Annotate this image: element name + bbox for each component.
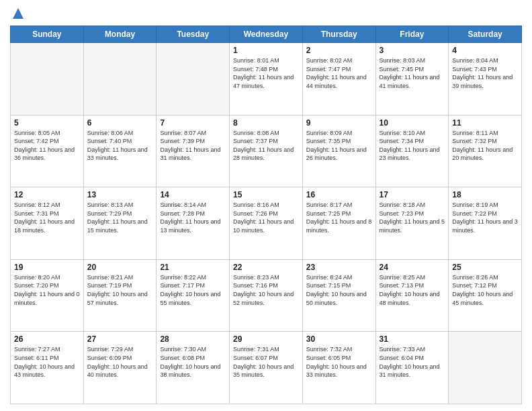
day-number: 9 [306,118,372,128]
header [10,7,522,20]
day-info: Sunrise: 8:22 AMSunset: 7:17 PMDaylight:… [160,273,226,307]
logo-icon [11,7,25,20]
calendar-cell: 9Sunrise: 8:09 AMSunset: 7:35 PMDaylight… [302,115,375,187]
day-number: 7 [160,118,226,128]
day-info: Sunrise: 8:02 AMSunset: 7:47 PMDaylight:… [306,56,372,90]
day-number: 26 [14,334,80,344]
calendar-cell: 1Sunrise: 8:01 AMSunset: 7:48 PMDaylight… [230,43,303,116]
day-number: 25 [452,263,518,272]
day-info: Sunrise: 8:26 AMSunset: 7:12 PMDaylight:… [452,273,518,307]
day-number: 13 [87,190,153,199]
weekday-header-wednesday: Wednesday [230,26,303,43]
day-number: 5 [14,118,80,128]
calendar-cell: 12Sunrise: 8:12 AMSunset: 7:31 PMDayligh… [11,187,84,260]
calendar-cell: 31Sunrise: 7:33 AMSunset: 6:04 PMDayligh… [375,332,449,404]
day-info: Sunrise: 8:18 AMSunset: 7:23 PMDaylight:… [380,201,445,234]
svg-marker-0 [13,8,24,19]
day-info: Sunrise: 8:04 AMSunset: 7:43 PMDaylight:… [452,56,518,90]
day-number: 2 [306,46,372,55]
day-info: Sunrise: 7:31 AMSunset: 6:07 PMDaylight:… [233,345,299,379]
day-info: Sunrise: 8:05 AMSunset: 7:42 PMDaylight:… [14,129,80,163]
calendar-cell: 17Sunrise: 8:18 AMSunset: 7:23 PMDayligh… [375,187,449,260]
day-info: Sunrise: 7:29 AMSunset: 6:09 PMDaylight:… [87,345,153,379]
calendar-week-5: 26Sunrise: 7:27 AMSunset: 6:11 PMDayligh… [11,332,522,404]
calendar-cell: 4Sunrise: 8:04 AMSunset: 7:43 PMDaylight… [449,43,522,116]
weekday-header-monday: Monday [83,26,157,43]
day-info: Sunrise: 8:13 AMSunset: 7:29 PMDaylight:… [87,201,153,234]
calendar-cell [449,332,522,404]
day-number: 23 [306,263,372,272]
weekday-header-friday: Friday [375,26,449,43]
day-info: Sunrise: 8:20 AMSunset: 7:20 PMDaylight:… [14,273,80,307]
day-info: Sunrise: 8:01 AMSunset: 7:48 PMDaylight:… [233,56,299,90]
day-number: 28 [160,334,226,344]
day-number: 12 [14,190,80,199]
calendar-cell: 16Sunrise: 8:17 AMSunset: 7:25 PMDayligh… [302,187,375,260]
day-info: Sunrise: 8:25 AMSunset: 7:13 PMDaylight:… [380,273,445,307]
calendar-cell: 24Sunrise: 8:25 AMSunset: 7:13 PMDayligh… [375,259,449,332]
calendar-week-3: 12Sunrise: 8:12 AMSunset: 7:31 PMDayligh… [11,187,522,260]
day-number: 8 [233,118,299,128]
calendar-cell: 26Sunrise: 7:27 AMSunset: 6:11 PMDayligh… [11,332,84,404]
calendar-cell: 2Sunrise: 8:02 AMSunset: 7:47 PMDaylight… [302,43,375,116]
day-info: Sunrise: 8:17 AMSunset: 7:25 PMDaylight:… [306,201,372,234]
day-info: Sunrise: 8:16 AMSunset: 7:26 PMDaylight:… [233,201,299,234]
calendar-cell: 6Sunrise: 8:06 AMSunset: 7:40 PMDaylight… [83,115,157,187]
day-number: 31 [380,334,445,344]
calendar-cell: 25Sunrise: 8:26 AMSunset: 7:12 PMDayligh… [449,259,522,332]
calendar-week-1: 1Sunrise: 8:01 AMSunset: 7:48 PMDaylight… [11,43,522,116]
calendar-cell: 29Sunrise: 7:31 AMSunset: 6:07 PMDayligh… [230,332,303,404]
calendar-cell: 20Sunrise: 8:21 AMSunset: 7:19 PMDayligh… [83,259,157,332]
day-number: 17 [380,190,445,199]
calendar-cell: 19Sunrise: 8:20 AMSunset: 7:20 PMDayligh… [11,259,84,332]
day-number: 24 [380,263,445,272]
day-number: 29 [233,334,299,344]
calendar-week-2: 5Sunrise: 8:05 AMSunset: 7:42 PMDaylight… [11,115,522,187]
calendar-cell: 27Sunrise: 7:29 AMSunset: 6:09 PMDayligh… [83,332,157,404]
calendar-cell [157,43,230,116]
logo-text [10,7,25,20]
day-info: Sunrise: 8:23 AMSunset: 7:16 PMDaylight:… [233,273,299,307]
day-info: Sunrise: 8:06 AMSunset: 7:40 PMDaylight:… [87,129,153,163]
day-info: Sunrise: 8:24 AMSunset: 7:15 PMDaylight:… [306,273,372,307]
day-number: 10 [380,118,445,128]
day-number: 30 [306,334,372,344]
calendar-cell: 21Sunrise: 8:22 AMSunset: 7:17 PMDayligh… [157,259,230,332]
calendar-cell: 22Sunrise: 8:23 AMSunset: 7:16 PMDayligh… [230,259,303,332]
day-number: 20 [87,263,153,272]
day-info: Sunrise: 8:09 AMSunset: 7:35 PMDaylight:… [306,129,372,163]
day-info: Sunrise: 7:33 AMSunset: 6:04 PMDaylight:… [380,345,445,379]
calendar-week-4: 19Sunrise: 8:20 AMSunset: 7:20 PMDayligh… [11,259,522,332]
day-info: Sunrise: 8:11 AMSunset: 7:32 PMDaylight:… [452,129,518,163]
weekday-header-saturday: Saturday [449,26,522,43]
calendar-cell: 7Sunrise: 8:07 AMSunset: 7:39 PMDaylight… [157,115,230,187]
day-info: Sunrise: 8:12 AMSunset: 7:31 PMDaylight:… [14,201,80,234]
day-number: 19 [14,263,80,272]
calendar-cell: 11Sunrise: 8:11 AMSunset: 7:32 PMDayligh… [449,115,522,187]
calendar-cell [83,43,157,116]
day-info: Sunrise: 8:03 AMSunset: 7:45 PMDaylight:… [380,56,445,90]
calendar-cell: 15Sunrise: 8:16 AMSunset: 7:26 PMDayligh… [230,187,303,260]
day-info: Sunrise: 7:32 AMSunset: 6:05 PMDaylight:… [306,345,372,379]
day-info: Sunrise: 7:30 AMSunset: 6:08 PMDaylight:… [160,345,226,379]
calendar-cell: 8Sunrise: 8:08 AMSunset: 7:37 PMDaylight… [230,115,303,187]
day-number: 22 [233,263,299,272]
day-info: Sunrise: 8:21 AMSunset: 7:19 PMDaylight:… [87,273,153,307]
day-number: 11 [452,118,518,128]
day-number: 16 [306,190,372,199]
logo [10,7,25,20]
day-info: Sunrise: 8:14 AMSunset: 7:28 PMDaylight:… [160,201,226,234]
day-info: Sunrise: 8:19 AMSunset: 7:22 PMDaylight:… [452,201,518,234]
page: SundayMondayTuesdayWednesdayThursdayFrid… [0,0,532,411]
calendar-cell: 10Sunrise: 8:10 AMSunset: 7:34 PMDayligh… [375,115,449,187]
weekday-header-tuesday: Tuesday [157,26,230,43]
calendar-cell: 13Sunrise: 8:13 AMSunset: 7:29 PMDayligh… [83,187,157,260]
day-number: 14 [160,190,226,199]
calendar-cell: 28Sunrise: 7:30 AMSunset: 6:08 PMDayligh… [157,332,230,404]
day-number: 15 [233,190,299,199]
weekday-header-thursday: Thursday [302,26,375,43]
calendar-cell: 23Sunrise: 8:24 AMSunset: 7:15 PMDayligh… [302,259,375,332]
day-info: Sunrise: 8:07 AMSunset: 7:39 PMDaylight:… [160,129,226,163]
day-number: 1 [233,46,299,55]
day-number: 3 [380,46,445,55]
